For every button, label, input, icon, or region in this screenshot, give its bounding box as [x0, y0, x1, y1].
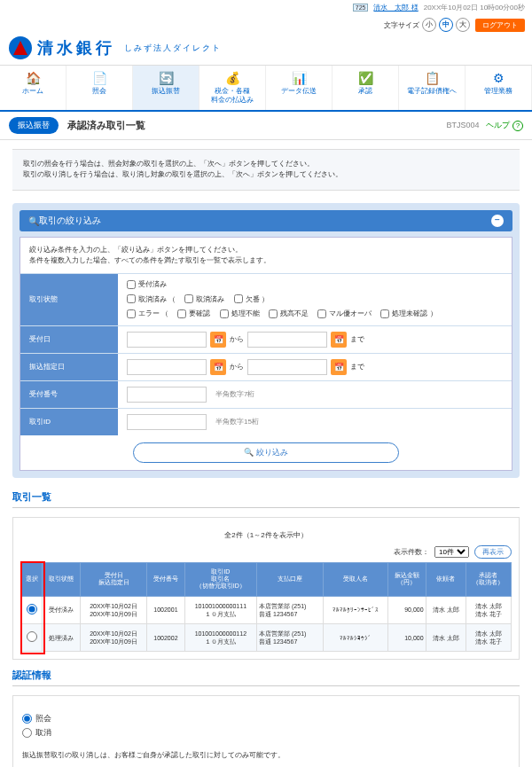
font-size-control: 文字サイズ 小 中 大 — [384, 18, 470, 32]
nav-icon: 🔄 — [135, 71, 197, 85]
pager-label: 表示件数： — [394, 547, 429, 557]
filter-button[interactable]: 🔍 絞り込み — [133, 442, 399, 463]
nav-label: 電子記録債権へ — [407, 87, 457, 95]
check-mikakunin[interactable]: 処理未確認 ） — [380, 309, 436, 318]
category-badge: 振込振替 — [9, 117, 59, 134]
nav-label: 承認 — [358, 87, 372, 95]
filter-panel: 🔍 取引の絞り込み − 絞り込み条件を入力の上、「絞り込み」ボタンを押してくださ… — [12, 203, 520, 478]
nav-label: データ伝送 — [281, 87, 317, 95]
font-small-button[interactable]: 小 — [422, 18, 436, 32]
check-ketsuban[interactable]: 欠番 ） — [234, 294, 269, 304]
list-title: 取引一覧 — [12, 490, 520, 508]
cell-status: 受付済み — [43, 596, 80, 623]
user-link[interactable]: 清水 太郎 様 — [373, 3, 418, 12]
auth-note: 振込振替取引の取り消しは、お客様ご自身が承認した取引に対してのみ可能です。 — [22, 750, 510, 760]
col-9: 承認者 （取消者） — [466, 562, 511, 596]
cell-num: 1002001 — [147, 596, 184, 623]
check-torikeshi[interactable]: 取消済み （ — [127, 294, 176, 304]
logo-text: 清水銀行 — [37, 37, 115, 59]
shitei-to-input[interactable] — [247, 359, 327, 375]
auth-shokai[interactable]: 照会 — [22, 713, 510, 724]
nav-label: 照会 — [92, 87, 106, 95]
calendar-icon[interactable]: 📅 — [331, 359, 347, 375]
logo-sub: しみず法人ダイレクト — [124, 43, 222, 54]
logout-button[interactable]: ログアウト — [475, 19, 525, 32]
bangou-input[interactable] — [127, 387, 207, 403]
font-medium-button[interactable]: 中 — [439, 18, 453, 32]
auth-title: 認証情報 — [12, 669, 520, 686]
row-select[interactable] — [27, 631, 37, 642]
reload-button[interactable]: 再表示 — [474, 545, 512, 559]
nav-icon: 📊 — [268, 71, 330, 85]
instructions: 取引の照会を行う場合は、照会対象の取引を選択の上、「次へ」ボタンを押してください… — [12, 149, 520, 192]
font-size-label: 文字サイズ — [384, 20, 419, 30]
nav-label: 税金・各種 料金の払込み — [211, 87, 254, 104]
nav-item-2[interactable]: 🔄振込振替 — [133, 66, 200, 110]
calendar-icon[interactable]: 📅 — [210, 359, 226, 375]
check-shorifunou[interactable]: 処理不能 — [220, 309, 260, 318]
check-maruyuu[interactable]: マル優オーバ — [317, 309, 372, 318]
filter-title: 取引の絞り込み — [39, 215, 101, 227]
logo-icon — [9, 36, 32, 59]
datetime: 20XX年10月02日 10時00分00秒 — [424, 3, 525, 12]
cell-app: 清水 太郎 清水 花子 — [466, 596, 511, 623]
collapse-icon[interactable]: − — [491, 215, 504, 227]
nav-icon: ⚙ — [467, 71, 529, 85]
row-select[interactable] — [27, 604, 37, 614]
transaction-table: 選択取引状態受付日 振込指定日受付番号取引ID 取引名 （切替元取引ID）支払口… — [20, 562, 512, 653]
nav-item-4[interactable]: 📊データ伝送 — [266, 66, 332, 110]
page-code: BTJS004 — [446, 121, 479, 129]
cell-status: 処理済み — [43, 624, 80, 652]
nav-item-0[interactable]: 🏠ホーム — [0, 66, 66, 110]
calendar-icon[interactable]: 📅 — [331, 332, 347, 348]
cell-num: 1002002 — [147, 624, 184, 652]
check-youkakunin[interactable]: 要確認 — [177, 309, 210, 318]
cell-amt: 10,000 — [388, 624, 426, 652]
uketsuke-to-input[interactable] — [247, 332, 327, 348]
col-5: 支払口座 — [257, 562, 324, 596]
shitei-from-input[interactable] — [127, 359, 207, 375]
nav-icon: 📋 — [401, 71, 463, 85]
uketsuke-label: 受付日 — [20, 326, 118, 353]
nav-icon: 🏠 — [2, 71, 64, 85]
cell-req: 清水 太郎 — [426, 596, 466, 623]
nav-label: ホーム — [22, 87, 43, 95]
calendar-icon[interactable]: 📅 — [210, 332, 226, 348]
nav-item-3[interactable]: 💰税金・各種 料金の払込み — [200, 66, 266, 110]
font-large-button[interactable]: 大 — [456, 18, 470, 32]
nav-icon: 💰 — [201, 71, 263, 85]
cell-dates: 20XX年10月02日 20XX年10月09日 — [80, 624, 146, 652]
check-error[interactable]: エラー （ — [127, 309, 168, 318]
nav-label: 振込振替 — [152, 87, 180, 95]
table-row: 処理済み20XX年10月02日 20XX年10月09日1002002101001… — [21, 624, 512, 652]
cell-id: 101001000000112 １０月支払 — [184, 624, 256, 652]
col-1: 取引状態 — [43, 562, 80, 596]
check-torikeshi-a[interactable]: 取消済み — [184, 294, 224, 304]
nav-item-5[interactable]: ✅承認 — [332, 66, 399, 110]
auth-torikeshi[interactable]: 取消 — [22, 727, 510, 739]
torihikiid-input[interactable] — [127, 414, 207, 430]
col-3: 受付番号 — [147, 562, 184, 596]
uketsuke-from-input[interactable] — [127, 332, 207, 348]
col-6: 受取人名 — [323, 562, 387, 596]
check-zandaka[interactable]: 残高不足 — [269, 309, 309, 318]
pager-select[interactable]: 10件 — [434, 546, 469, 558]
nav-item-6[interactable]: 📋電子記録債権へ — [399, 66, 466, 110]
bangou-label: 受付番号 — [20, 381, 118, 408]
notice-badge[interactable]: 725 — [353, 4, 369, 12]
nav-item-1[interactable]: 📄照会 — [66, 66, 133, 110]
cell-acct: 本店営業部 (251) 普通 1234567 — [257, 624, 324, 652]
list-count: 全2件（1～2件を表示中） — [20, 530, 512, 540]
nav-item-7[interactable]: ⚙管理業務 — [466, 66, 532, 110]
nav-icon: ✅ — [334, 71, 396, 85]
cell-app: 清水 太郎 清水 花子 — [466, 624, 511, 652]
header: 清水銀行 しみず法人ダイレクト — [0, 35, 532, 65]
check-uketsuke[interactable]: 受付済み — [127, 279, 167, 289]
cell-req: 清水 太郎 — [426, 624, 466, 652]
nav-icon: 📄 — [68, 71, 130, 85]
cell-id: 101001000000111 １０月支払 — [184, 596, 256, 623]
col-7: 振込金額 （円） — [388, 562, 426, 596]
col-2: 受付日 振込指定日 — [80, 562, 146, 596]
shitei-label: 振込指定日 — [20, 354, 118, 380]
help-link[interactable]: ヘルプ ? — [486, 120, 523, 131]
